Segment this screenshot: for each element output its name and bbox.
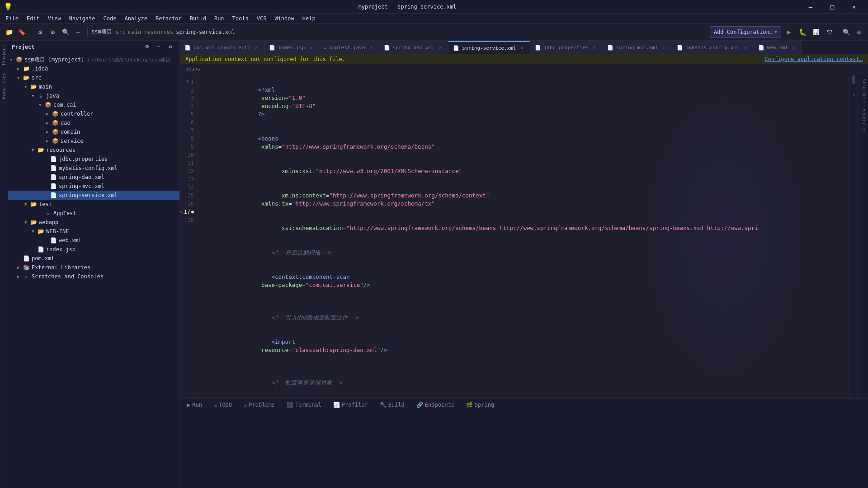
tree-controller[interactable]: ▶ 📦 controller — [8, 109, 179, 118]
tree-dao[interactable]: ▶ 📦 dao — [8, 118, 179, 127]
tree-mybatis[interactable]: 📄 mybatis-config.xml — [8, 164, 179, 173]
build-tab[interactable]: 🔨 Build — [374, 400, 410, 410]
coverage-button[interactable]: 🛡 — [824, 26, 835, 38]
tree-scratches[interactable]: ▶ ✏ Scratches and Consoles — [8, 272, 179, 281]
toolbar-settings[interactable]: ⚙ — [47, 27, 58, 38]
horizontal-scrollbar[interactable] — [856, 74, 860, 80]
run-tab[interactable]: ▶ Run — [182, 400, 208, 410]
tree-jdbc-props[interactable]: 📄 jdbc.properties — [8, 155, 179, 164]
apptest-tab-close[interactable]: × — [368, 44, 374, 51]
tree-main[interactable]: ▼ 📂 main — [8, 82, 179, 91]
tab-spring-dao[interactable]: 📄 spring-dao.xml × — [379, 41, 449, 54]
index-tab-close[interactable]: × — [307, 44, 314, 51]
menu-edit[interactable]: Edit — [23, 14, 43, 23]
pom-tab-close[interactable]: × — [253, 44, 259, 51]
menu-tools[interactable]: Tools — [229, 14, 252, 23]
mybatis-tab-close[interactable]: × — [742, 44, 749, 51]
tree-pom[interactable]: 📄 pom.xml — [8, 254, 179, 263]
menu-run[interactable]: Run — [211, 14, 228, 23]
tree-java-label: java — [46, 93, 59, 99]
tab-spring-service[interactable]: 📄 spring-service.xml × — [448, 41, 530, 54]
tree-web-xml[interactable]: 📄 web.xml — [8, 236, 179, 245]
project-panel-tab[interactable]: Project — [0, 41, 8, 69]
toolbar-minus[interactable]: — — [73, 27, 84, 38]
toolbar-bookmark[interactable]: 🔖 — [16, 27, 27, 38]
menu-file[interactable]: File — [2, 14, 22, 23]
problems-tab[interactable]: ⚠ Problems — [238, 400, 280, 410]
menu-view[interactable]: View — [44, 14, 65, 23]
minimize-button[interactable]: — — [800, 0, 821, 14]
endpoints-tab[interactable]: 🔗 Endpoints — [411, 400, 460, 410]
jdbc-tab-close[interactable]: × — [591, 44, 598, 51]
config-dropdown-arrow: ▼ — [774, 29, 777, 34]
sidebar-collapse-btn[interactable]: − — [153, 42, 164, 52]
code-area[interactable]: <?xml version="1.0" encoding="UTF-8" ?> … — [198, 74, 851, 398]
tree-spring-service[interactable]: 📄 spring-service.xml — [8, 191, 179, 200]
tab-jdbc-props[interactable]: 📄 jdbc.properties × — [530, 41, 603, 54]
filename-label: spring-service.xml — [176, 29, 235, 35]
menu-vcs[interactable]: VCS — [253, 14, 270, 23]
code-line-3: xmlns:xsi="http://www.w3.org/2001/XMLSch… — [203, 159, 845, 183]
toolbar-build[interactable]: ⚙ — [35, 27, 46, 38]
run-button[interactable]: ▶ — [783, 26, 795, 38]
menu-help[interactable]: Help — [299, 14, 319, 23]
web-xml-tab-close[interactable]: × — [791, 44, 797, 51]
search-everywhere-icon[interactable]: 🔍 — [841, 27, 852, 38]
tab-index-jsp[interactable]: 📄 index.jsp × — [264, 41, 319, 54]
tree-com-cai[interactable]: ▼ 📦 com.cai — [8, 100, 179, 109]
tree-root[interactable]: ▼ 📦 ssm项目 [myproject] C:\Users\姚拓\Deskto… — [8, 55, 179, 64]
vertical-scrollbar[interactable]: ⚠ — [851, 74, 856, 398]
profile-button[interactable]: 📊 — [810, 26, 822, 38]
menu-navigate[interactable]: Navigate — [66, 14, 99, 23]
spring-service-tab-close[interactable]: × — [519, 45, 525, 51]
menu-build[interactable]: Build — [186, 14, 210, 23]
profiler-tab[interactable]: 📈 Profiler — [328, 400, 373, 410]
tab-apptest[interactable]: ☕ AppTest.java × — [319, 41, 379, 54]
tree-idea[interactable]: ▶ 📁 .idea — [8, 64, 179, 73]
spring-mvc-tab-close[interactable]: × — [661, 44, 667, 51]
spring-tab[interactable]: 🌿 Spring — [461, 400, 500, 410]
tree-apptest[interactable]: ☕ AppTest — [8, 209, 179, 218]
favorites-right-tab[interactable]: Favorites — [861, 106, 868, 136]
settings-icon[interactable]: ⚙ — [854, 27, 864, 38]
toolbar-search-structural[interactable]: 🔍 — [60, 27, 71, 38]
tree-test[interactable]: ▼ 📂 test — [8, 200, 179, 209]
tree-web-inf[interactable]: ▼ 📂 WEB-INF — [8, 227, 179, 236]
tree-index-jsp[interactable]: 📄 index.jsp — [8, 245, 179, 254]
expand-arrow: ▶ — [17, 66, 23, 71]
close-button[interactable]: ✕ — [844, 0, 864, 14]
sidebar-settings-btn[interactable]: ⚙ — [165, 42, 176, 52]
tree-java[interactable]: ▼ ☕ java — [8, 91, 179, 100]
maximize-button[interactable]: □ — [822, 0, 843, 14]
spring-dao-tab-close[interactable]: × — [437, 44, 443, 51]
tab-mybatis[interactable]: 📄 mybatis-config.xml × — [672, 41, 754, 54]
structure-tab[interactable]: Structure — [861, 76, 868, 106]
debug-button[interactable]: 🐛 — [797, 26, 808, 38]
favorites-tab[interactable]: Favorites — [0, 69, 8, 103]
tab-spring-mvc[interactable]: 📄 spring-mvc.xml × — [603, 41, 672, 54]
tree-spring-dao[interactable]: 📄 spring-dao.xml — [8, 173, 179, 182]
tree-domain[interactable]: ▶ 📦 domain — [8, 127, 179, 136]
configure-link[interactable]: Configure application context… — [764, 56, 863, 62]
project-icon[interactable]: 📁 — [4, 27, 14, 38]
sidebar-sync-btn[interactable]: ⟳ — [142, 42, 152, 52]
ext-libs-icon: 📚 — [23, 264, 30, 271]
terminal-tab[interactable]: ⬛ Terminal — [281, 400, 327, 410]
tree-src[interactable]: ▼ 📂 src — [8, 73, 179, 82]
menu-code[interactable]: Code — [100, 14, 120, 23]
tree-resources[interactable]: ▼ 📂 resources — [8, 145, 179, 155]
tree-main-label: main — [39, 84, 52, 90]
tab-pom[interactable]: 📄 pom.xml (myproject) × — [180, 41, 264, 54]
tree-spring-mvc[interactable]: 📄 spring-mvc.xml — [8, 182, 179, 191]
add-configuration-dropdown[interactable]: Add Configuration… ▼ — [710, 26, 781, 38]
todo-tab[interactable]: ☑ TODO — [208, 400, 237, 410]
menu-window[interactable]: Window — [271, 14, 297, 23]
menu-analyze[interactable]: Analyze — [121, 14, 151, 23]
tree-root-label: ssm项目 [myproject] — [24, 56, 84, 64]
tab-web-xml[interactable]: 📄 web.xml × — [754, 41, 802, 54]
menu-refactor[interactable]: Refactor — [152, 14, 185, 23]
editor-content[interactable]: ⚡ 1 2 3 4 5 6 7 8 9 10 11 — [180, 74, 856, 398]
tree-ext-libs[interactable]: ▶ 📚 External Libraries — [8, 263, 179, 272]
tree-webapp[interactable]: ▼ 📂 webapp — [8, 218, 179, 227]
tree-service[interactable]: ▶ 📦 service — [8, 136, 179, 145]
